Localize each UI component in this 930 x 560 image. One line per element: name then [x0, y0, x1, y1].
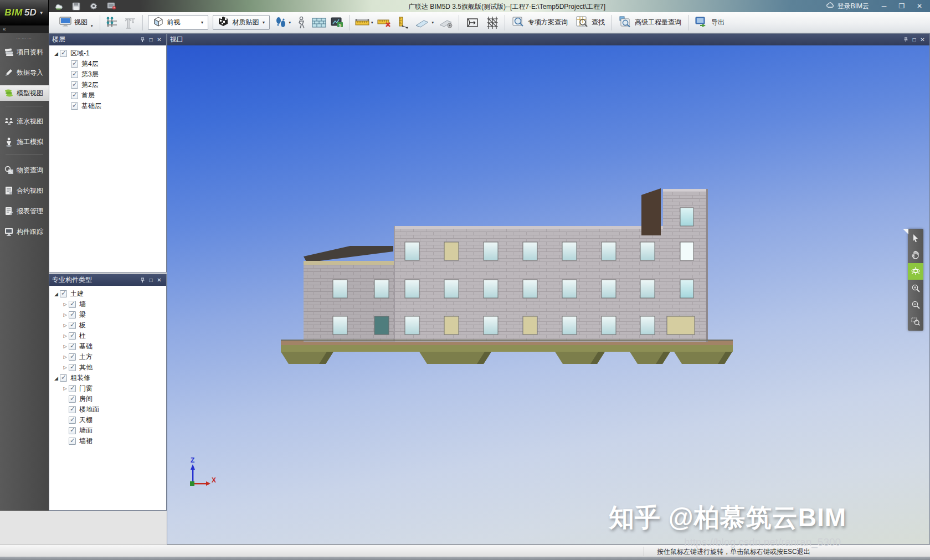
checkbox-checked[interactable] [69, 301, 76, 308]
checkbox-checked[interactable] [69, 364, 76, 371]
floor-row[interactable]: 第2层 [49, 80, 166, 90]
collapse-icon[interactable]: ◢ [53, 376, 60, 381]
checkbox-checked[interactable] [71, 92, 78, 99]
expand-icon[interactable]: ▷ [61, 333, 69, 338]
login-bim-cloud-button[interactable]: 登录BIM云 [820, 0, 875, 12]
sidebar-item-model-view[interactable]: 模型视图 [0, 85, 49, 101]
close-button[interactable]: ✕ [911, 1, 928, 12]
restore-button[interactable]: ❐ [893, 1, 910, 12]
checkbox-checked[interactable] [69, 353, 76, 361]
component-group-row[interactable]: ◢土建 [49, 289, 166, 299]
sidebar-item-project-info[interactable]: 项目资料 [0, 44, 49, 60]
component-group-row[interactable]: ◢粗装修 [49, 373, 166, 383]
minimize-button[interactable]: ─ [876, 1, 892, 12]
zoom-out-tool[interactable] [908, 296, 923, 313]
component-row[interactable]: 楼地面 [49, 404, 166, 415]
zoom-in-tool[interactable] [908, 280, 923, 296]
axis-grid-button[interactable] [103, 14, 121, 31]
section-settings-button[interactable] [436, 15, 456, 30]
pin-icon[interactable] [138, 276, 147, 284]
collapse-icon[interactable]: ◢ [53, 51, 60, 56]
find-button[interactable]: 查找 [572, 14, 609, 31]
checkbox-checked[interactable] [69, 438, 76, 445]
checkbox-checked[interactable] [69, 406, 76, 413]
float-panel-icon[interactable]: □ [147, 35, 155, 44]
checkbox-checked[interactable] [60, 290, 67, 297]
select-cursor-tool[interactable] [908, 230, 923, 246]
tools-collapse-notch[interactable] [903, 229, 908, 234]
sidebar-collapse-strip[interactable]: « [0, 25, 49, 33]
close-panel-icon[interactable]: ✕ [918, 35, 927, 44]
special-plan-query-button[interactable]: 专项方案查询 [508, 14, 572, 31]
save-icon[interactable] [71, 1, 81, 11]
component-row[interactable]: 天棚 [49, 415, 166, 425]
checkbox-checked[interactable] [71, 60, 78, 68]
export-button[interactable]: 导出 [691, 14, 728, 31]
component-row[interactable]: 墙裙 [49, 436, 166, 446]
close-panel-icon[interactable]: ✕ [155, 276, 163, 284]
sidebar-item-contract-view[interactable]: 合约视图 [0, 183, 49, 198]
section-button[interactable]: ▾ [412, 15, 436, 30]
expand-icon[interactable]: ▷ [61, 323, 69, 328]
view-button[interactable]: 视图 ▾ [55, 14, 97, 30]
vertical-measure-button[interactable] [395, 14, 412, 31]
checkbox-checked[interactable] [69, 332, 76, 340]
clear-measure-button[interactable] [375, 16, 395, 30]
model-3d-scene[interactable]: Z X 知乎 @柏慕筑云BIM [167, 45, 929, 544]
floor-row[interactable]: 第3层 [49, 69, 166, 80]
component-row[interactable]: ▷其他 [49, 362, 166, 373]
scaffold-button[interactable] [483, 14, 502, 32]
pan-hand-tool[interactable] [908, 246, 923, 263]
checkbox-checked[interactable] [71, 102, 78, 110]
checkbox-checked[interactable] [60, 374, 67, 382]
close-panel-icon[interactable]: ✕ [155, 35, 163, 44]
zoom-window-tool[interactable] [908, 313, 923, 330]
expand-icon[interactable]: ▷ [61, 302, 69, 307]
float-panel-icon[interactable]: □ [910, 35, 918, 44]
app-logo[interactable]: BIM 5D ▼ [0, 0, 49, 25]
pin-icon[interactable] [902, 35, 910, 44]
component-row[interactable]: ▷柱 [49, 331, 166, 341]
checkbox-checked[interactable] [69, 417, 76, 424]
material-map-select[interactable]: 材质贴图 ▼ [213, 15, 270, 30]
expand-icon[interactable]: ▷ [61, 355, 69, 359]
pin-icon[interactable] [138, 35, 147, 44]
checkbox-checked[interactable] [60, 50, 67, 57]
expand-icon[interactable]: ▷ [61, 365, 69, 370]
orbit-rotate-tool[interactable] [908, 263, 923, 280]
nav-grip-handle[interactable]: ……… [0, 35, 49, 40]
float-panel-icon[interactable]: □ [147, 276, 155, 284]
component-row[interactable]: ▷土方 [49, 352, 166, 362]
checkbox-checked[interactable] [69, 322, 76, 329]
component-row[interactable]: ▷基础 [49, 341, 166, 352]
sidebar-item-construction-sim[interactable]: 施工模拟 [0, 134, 49, 150]
checkbox-checked[interactable] [69, 427, 76, 434]
expand-icon[interactable]: ▷ [61, 312, 69, 317]
sidebar-item-data-import[interactable]: 数据导入 [0, 65, 49, 80]
component-row[interactable]: 房间 [49, 394, 166, 404]
checkbox-checked[interactable] [71, 71, 78, 78]
sidebar-item-component-track[interactable]: 构件跟踪 [0, 224, 49, 239]
collapse-icon[interactable]: ◢ [53, 291, 60, 297]
cloud-sync-icon[interactable] [53, 1, 63, 11]
floor-row[interactable]: 第4层 [49, 59, 166, 69]
section-box-button[interactable] [462, 14, 483, 32]
crane-button[interactable] [121, 14, 140, 31]
settings-gear-icon[interactable] [89, 1, 99, 11]
component-row[interactable]: 墙面 [49, 425, 166, 436]
expand-icon[interactable]: ▷ [61, 386, 69, 391]
person-view-button[interactable] [293, 14, 310, 31]
exit-screen-icon[interactable] [106, 1, 116, 11]
floor-row[interactable]: 基础层 [49, 101, 166, 111]
measure-button[interactable]: ▾ [352, 16, 376, 30]
checkbox-checked[interactable] [69, 343, 76, 350]
wall-view-button[interactable] [310, 15, 328, 30]
checkbox-checked[interactable] [69, 395, 76, 403]
sidebar-item-flow-view[interactable]: 流水视图 [0, 114, 49, 129]
checkbox-checked[interactable] [69, 385, 76, 392]
cost-screen-button[interactable]: $ [328, 15, 346, 30]
component-row[interactable]: ▷板 [49, 320, 166, 331]
component-row[interactable]: ▷门窗 [49, 383, 166, 394]
component-row[interactable]: ▷墙 [49, 299, 166, 310]
view-direction-select[interactable]: 前视 ▼ [148, 15, 209, 30]
